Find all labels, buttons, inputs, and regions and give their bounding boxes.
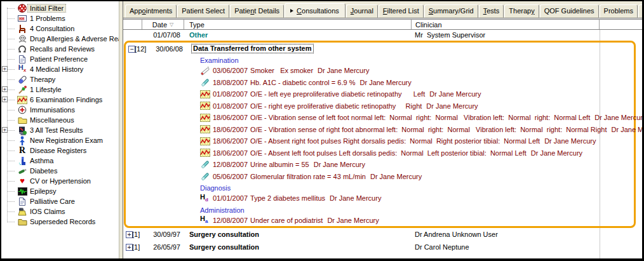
tab-summary-grid[interactable]: Summary/Grid: [424, 4, 478, 18]
entry-text: O/E - Absent right foot pulses Right dor…: [250, 137, 540, 145]
tab-label: Patient Select: [182, 7, 225, 15]
sidebar-item-epilepsy[interactable]: Epilepsy: [1, 186, 119, 196]
table-row-consultation[interactable]: +[1]26/05/97Surgery consultationDr Carol…: [123, 242, 642, 254]
tab-patient-select[interactable]: Patient Select: [177, 4, 229, 18]
sidebar-item-miscellaneous[interactable]: Miscellaneous: [1, 115, 119, 125]
tab-journal[interactable]: Journal: [346, 4, 378, 18]
sidebar-item-therapy[interactable]: Therapy: [1, 74, 119, 84]
collapsed-consultation-rows: +[1]30/09/97Surgery consultationDr Andre…: [123, 229, 642, 254]
tree-connector: [8, 211, 15, 212]
sidebar-item-3-all-test-results[interactable]: +3 All Test Results: [1, 125, 119, 135]
document-icon: [17, 197, 28, 206]
table-row-group[interactable]: − [12] 30/06/08 Data Transferred from ot…: [126, 43, 634, 55]
sidebar-item-palliative-care[interactable]: Palliative Care: [1, 196, 119, 206]
consultation-entry[interactable]: 18/08/2007Hb. A1C - diabetic control = 6…: [126, 77, 634, 89]
entry-date: 18/06/2007: [213, 126, 248, 133]
entry-date: 01/01/2007: [213, 194, 248, 202]
claims-bag-icon: [17, 207, 28, 216]
consultation-entry[interactable]: 01/08/2007O/E - left eye preproliferativ…: [126, 88, 634, 100]
sidebar-item-diabetes[interactable]: Diabetes: [1, 166, 119, 176]
consultation-entry[interactable]: 05/06/2007Glomerular filtration rate = 4…: [126, 171, 634, 183]
problems-icon: HH: [17, 14, 28, 23]
tab-patient-details[interactable]: Patient Details: [230, 4, 284, 18]
consultation-entry[interactable]: 18/06/2007O/E - Vibration sense of left …: [126, 112, 634, 124]
sidebar-item-initial-filter[interactable]: Initial Filter: [1, 3, 119, 13]
sidebar-item-cv-or-hypertension[interactable]: ♥CV or Hypertension: [1, 176, 119, 186]
tab-label: Appointments: [130, 7, 172, 15]
consultation-entry[interactable]: Hd01/01/2007Type 2 diabetes mellitusDr J…: [126, 192, 634, 204]
sidebar-item-disease-registers[interactable]: RDisease Registers: [1, 145, 119, 156]
sidebar-item-new-registration-exam[interactable]: New Registration Exam: [1, 135, 119, 145]
tab-filtered-list[interactable]: Filtered List: [379, 4, 424, 18]
entry-clinician: Dr Jane Mercury: [612, 126, 643, 133]
row-type: Surgery consultation: [189, 243, 259, 251]
sidebar-item-asthma[interactable]: Asthma: [1, 156, 119, 166]
tab-qof-guidelines[interactable]: QOF Guidelines: [540, 4, 599, 18]
expand-icon[interactable]: +: [2, 86, 8, 92]
tree-connector: [8, 79, 15, 80]
column-header-date[interactable]: Date ▽: [142, 20, 184, 29]
sidebar-item-patient-preference[interactable]: Patient Preference: [1, 54, 119, 64]
lifestyle-icon: [17, 85, 28, 95]
sidebar-item-1-problems[interactable]: HH1 Problems: [1, 13, 119, 23]
tab-tests[interactable]: Tests: [479, 4, 504, 18]
tab-guidelines[interactable]: Guidelines: [638, 4, 642, 18]
consultation-entry[interactable]: 18/06/2007O/E - Vibration sense of right…: [126, 124, 634, 136]
row-date: 30/09/97: [142, 231, 180, 238]
sidebar-item-label: 4 Consultation: [28, 25, 76, 32]
row-date: 26/05/97: [142, 243, 180, 251]
tab-label: QOF Guidelines: [544, 7, 594, 15]
sidebar-item-ios-claims[interactable]: IOS Claims: [1, 206, 119, 217]
table-header: Date ▽ Type Clinician: [123, 19, 642, 30]
testtube-icon: [200, 77, 213, 88]
expand-icon[interactable]: +: [2, 97, 8, 102]
tab-consultations[interactable]: Consultations: [285, 3, 345, 18]
sidebar-item-recalls-and-reviews[interactable]: Recalls and Reviews: [1, 44, 119, 54]
entry-date: 12/08/2007: [213, 217, 248, 224]
examchart-icon: [200, 102, 213, 110]
tab-therapy[interactable]: Therapy: [504, 4, 539, 18]
consultation-entry[interactable]: 01/08/2007O/E - right eye proliferative …: [126, 100, 634, 112]
inhaler-icon: [17, 156, 28, 166]
entry-text: Glomerular filtration rate = 43 mL/min: [250, 173, 366, 180]
tab-label: Tests: [483, 7, 500, 15]
expand-icon[interactable]: +: [2, 66, 8, 72]
pill-icon: [17, 75, 28, 84]
table-row-consultation[interactable]: +[1]30/09/97Surgery consultationDr Andre…: [123, 229, 642, 241]
entry-text: Hb. A1C - diabetic control = 6.9 %: [250, 79, 355, 86]
consultation-entry[interactable]: 18/06/2007O/E - Absent left foot pulses …: [126, 147, 634, 159]
sidebar-item-superseded-records[interactable]: Superseded Records: [1, 217, 119, 227]
sidebar-splitter[interactable]: [119, 1, 123, 258]
table-row-other[interactable]: 01/07/08 Other Mr System Supervisor: [123, 30, 642, 41]
sort-descending-icon: ▽: [170, 22, 173, 27]
tab-label: Consultations: [297, 7, 339, 15]
cigarette-icon: [200, 65, 213, 76]
consultation-entry[interactable]: 03/06/2007Smoker Ex smokerDr Jane Mercur…: [126, 65, 634, 77]
sidebar-item-label: IOS Claims: [28, 208, 67, 215]
consultation-entry[interactable]: Ha12/08/2007Under care of podiatristDr J…: [126, 215, 634, 227]
sidebar-item-label: 1 Problems: [28, 15, 67, 22]
sidebar-item-1-lifestyle[interactable]: +1 Lifestyle: [1, 84, 119, 95]
sidebar-item-4-medical-history[interactable]: +Hx4 Medical History: [1, 64, 119, 74]
tab-appointments[interactable]: Appointments: [125, 4, 177, 18]
sidebar-item-6-examination-findings[interactable]: +6 Examination Findings: [1, 95, 119, 105]
tab-label: Journal: [351, 7, 373, 15]
entry-text: O/E - Vibration sense of right foot abno…: [250, 126, 607, 133]
tab-label: Summary/Grid: [429, 7, 474, 15]
section-heading-diagnosis: Diagnosis: [126, 182, 634, 192]
tab-problems[interactable]: Problems: [600, 4, 638, 18]
expand-icon[interactable]: +: [2, 127, 8, 133]
sidebar-item-4-consultation[interactable]: 4 Consultation: [1, 23, 119, 34]
sidebar-item-drug-allergies-adverse-rea[interactable]: Drug Allergies & Adverse Rea: [1, 34, 119, 44]
sidebar-item-immunisations[interactable]: Immunisations: [1, 105, 119, 115]
tree-connector: [8, 39, 15, 39]
sidebar-item-label: Superseded Records: [28, 218, 97, 225]
tab-label: Therapy: [509, 7, 534, 15]
consultation-entry[interactable]: 18/06/2007O/E - Absent right foot pulses…: [126, 135, 634, 147]
application-window: Initial FilterHH1 Problems4 Consultation…: [0, 0, 644, 261]
column-header-clinician[interactable]: Clinician: [412, 20, 600, 29]
entry-text: Under care of podiatrist: [250, 217, 323, 224]
tree-connector: [8, 110, 15, 110]
consultation-entry[interactable]: 12/08/2007Urine albumin = 55Dr Jane Merc…: [126, 159, 634, 171]
column-header-type[interactable]: Type: [184, 20, 412, 29]
